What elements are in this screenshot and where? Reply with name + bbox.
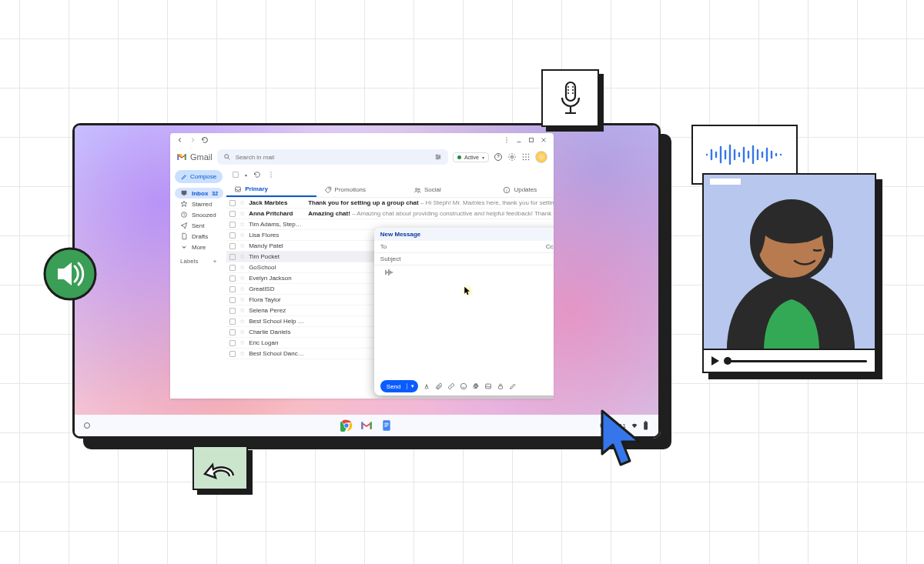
tune-icon[interactable]	[434, 153, 442, 161]
forward-icon[interactable]	[189, 136, 196, 144]
person-illustration	[704, 175, 875, 349]
sidebar-item-inbox[interactable]: Inbox32	[175, 188, 223, 199]
sidebar-item-label: Snoozed	[192, 212, 216, 219]
send-button[interactable]: Send ▾	[380, 380, 418, 392]
settings-icon[interactable]	[507, 152, 517, 162]
tab-promotions[interactable]: Promotions	[316, 182, 406, 197]
launcher-icon[interactable]	[84, 422, 90, 429]
star-icon[interactable]: ☆	[239, 221, 245, 228]
star-icon[interactable]: ☆	[239, 232, 245, 239]
row-checkbox[interactable]	[229, 286, 236, 292]
sidebar-item-label: Inbox	[192, 190, 208, 197]
link-icon[interactable]	[447, 382, 455, 390]
row-checkbox[interactable]	[229, 340, 236, 346]
mail-row[interactable]: ☆Anna PritchardAmazing chat! – Amazing c…	[226, 209, 554, 219]
apps-grid-icon[interactable]	[521, 152, 531, 162]
star-icon[interactable]: ☆	[239, 329, 245, 335]
mail-sender: Anna Pritchard	[249, 210, 304, 217]
tab-updates[interactable]: Updates	[495, 182, 554, 197]
maximize-icon[interactable]	[527, 136, 535, 144]
tab-social[interactable]: Social	[406, 182, 495, 197]
image-icon[interactable]	[484, 382, 492, 390]
row-checkbox[interactable]	[229, 308, 236, 314]
sidebar-item-sent[interactable]: Sent	[175, 220, 223, 231]
minimize-icon[interactable]	[515, 136, 523, 144]
mail-sender: Flora Taylor	[249, 296, 304, 303]
close-icon[interactable]	[540, 136, 547, 144]
star-icon[interactable]: ☆	[239, 275, 245, 282]
help-icon[interactable]	[494, 152, 503, 162]
row-checkbox[interactable]	[229, 232, 236, 239]
undo-icon	[203, 456, 238, 480]
star-icon[interactable]: ☆	[239, 307, 245, 314]
sidebar-item-drafts[interactable]: Drafts	[175, 231, 223, 242]
compose-button[interactable]: Compose	[175, 170, 223, 183]
compose-body[interactable]	[374, 265, 554, 377]
gmail-logo: Gmail	[176, 152, 213, 162]
row-checkbox[interactable]	[229, 211, 236, 217]
row-checkbox[interactable]	[229, 351, 236, 357]
formatting-icon[interactable]	[423, 382, 430, 390]
star-icon[interactable]: ☆	[239, 285, 245, 292]
gmail-app-icon[interactable]	[360, 419, 373, 432]
row-checkbox[interactable]	[229, 275, 236, 282]
kebab-icon[interactable]	[503, 136, 511, 144]
sidebar-item-snoozed[interactable]: Snoozed	[175, 209, 223, 220]
chevron-down-icon[interactable]: ▾	[245, 172, 247, 178]
svg-point-2	[506, 142, 507, 142]
star-icon[interactable]: ☆	[239, 210, 245, 217]
search-bar[interactable]	[217, 149, 448, 165]
row-checkbox[interactable]	[229, 222, 236, 228]
row-checkbox[interactable]	[229, 329, 236, 335]
star-icon[interactable]: ☆	[239, 253, 245, 260]
cc-button[interactable]: Cc	[546, 243, 554, 250]
progress-track[interactable]	[725, 360, 867, 362]
kebab-icon[interactable]	[267, 171, 275, 179]
account-avatar[interactable]	[535, 151, 547, 163]
play-icon[interactable]	[711, 356, 719, 365]
star-icon[interactable]: ☆	[239, 339, 245, 346]
minimize-compose-icon[interactable]: −	[553, 231, 554, 238]
progress-thumb[interactable]	[724, 357, 732, 365]
select-all-checkbox[interactable]	[233, 172, 239, 178]
send-options-icon[interactable]: ▾	[407, 383, 418, 389]
row-checkbox[interactable]	[229, 319, 236, 325]
status-dot-icon	[457, 155, 461, 159]
chrome-app-icon[interactable]	[340, 419, 353, 432]
compose-header[interactable]: New Message − ↗ ✕	[374, 228, 554, 241]
drive-icon[interactable]	[472, 382, 480, 390]
star-icon[interactable]: ☆	[239, 264, 245, 271]
attach-icon[interactable]	[435, 382, 443, 390]
row-checkbox[interactable]	[229, 265, 236, 271]
star-icon[interactable]: ☆	[239, 296, 245, 303]
docs-app-icon[interactable]	[380, 419, 393, 432]
back-icon[interactable]	[176, 136, 184, 144]
row-checkbox[interactable]	[229, 297, 236, 303]
sidebar-item-starred[interactable]: Starred	[175, 199, 223, 209]
add-label-icon[interactable]: ＋	[212, 257, 218, 265]
star-icon[interactable]: ☆	[239, 199, 245, 206]
search-input[interactable]	[236, 154, 430, 161]
sidebar-item-label: More	[192, 244, 206, 251]
sidebar-item-more[interactable]: More	[175, 242, 223, 252]
star-icon[interactable]: ☆	[239, 318, 245, 325]
refresh-icon[interactable]	[253, 171, 261, 179]
mail-sender: Jack Marbles	[249, 199, 304, 206]
signature-icon[interactable]	[509, 382, 517, 390]
svg-rect-3	[530, 138, 534, 142]
compose-label: Compose	[190, 173, 216, 180]
confidential-icon[interactable]	[497, 382, 504, 390]
send-icon	[180, 222, 188, 229]
refresh-icon[interactable]	[201, 136, 209, 144]
row-checkbox[interactable]	[229, 254, 236, 260]
subject-field[interactable]: Subject	[374, 253, 554, 265]
tab-primary[interactable]: Primary	[226, 182, 316, 197]
emoji-icon[interactable]	[460, 382, 467, 390]
row-checkbox[interactable]	[229, 243, 236, 249]
row-checkbox[interactable]	[229, 200, 236, 206]
to-field[interactable]: To Cc Bcc	[374, 241, 554, 253]
star-icon[interactable]: ☆	[239, 350, 245, 357]
mail-row[interactable]: ☆Jack MarblesThank you for setting up a …	[226, 198, 554, 209]
status-active-chip[interactable]: Active ▾	[453, 152, 489, 162]
star-icon[interactable]: ☆	[239, 242, 245, 249]
